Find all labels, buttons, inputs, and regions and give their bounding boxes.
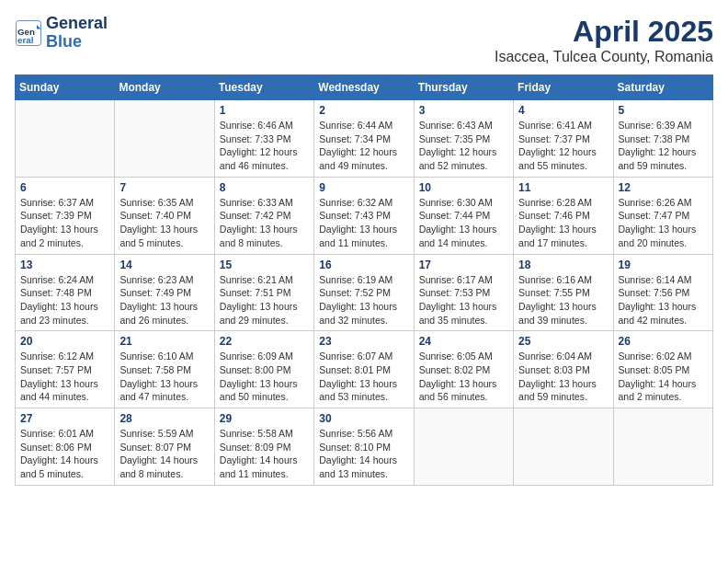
weekday-header-tuesday: Tuesday: [214, 75, 313, 100]
weekday-header-wednesday: Wednesday: [314, 75, 414, 100]
calendar-cell: 24Sunrise: 6:05 AM Sunset: 8:02 PM Dayli…: [414, 331, 513, 408]
day-info: Sunrise: 5:59 AM Sunset: 8:07 PM Dayligh…: [119, 427, 209, 481]
calendar-cell: 1Sunrise: 6:46 AM Sunset: 7:33 PM Daylig…: [214, 100, 313, 178]
day-info: Sunrise: 6:21 AM Sunset: 7:51 PM Dayligh…: [220, 273, 309, 327]
svg-text:eral: eral: [17, 34, 34, 44]
logo-text: General Blue: [46, 15, 108, 52]
page-header: Gen eral General Blue April 2025 Isaccea…: [15, 15, 713, 65]
day-info: Sunrise: 6:07 AM Sunset: 8:01 PM Dayligh…: [319, 350, 408, 404]
day-info: Sunrise: 6:02 AM Sunset: 8:05 PM Dayligh…: [619, 350, 708, 404]
day-number: 10: [419, 181, 508, 194]
calendar-cell: 13Sunrise: 6:24 AM Sunset: 7:48 PM Dayli…: [16, 254, 115, 331]
day-number: 17: [419, 259, 508, 271]
calendar-cell: 3Sunrise: 6:43 AM Sunset: 7:35 PM Daylig…: [414, 100, 513, 178]
day-info: Sunrise: 6:23 AM Sunset: 7:49 PM Dayligh…: [119, 273, 209, 327]
day-number: 15: [220, 259, 309, 271]
calendar-week-5: 27Sunrise: 6:01 AM Sunset: 8:06 PM Dayli…: [16, 408, 713, 486]
calendar-cell: 30Sunrise: 5:56 AM Sunset: 8:10 PM Dayli…: [314, 408, 414, 486]
calendar-cell: 4Sunrise: 6:41 AM Sunset: 7:37 PM Daylig…: [514, 100, 613, 178]
day-info: Sunrise: 6:16 AM Sunset: 7:55 PM Dayligh…: [518, 273, 608, 327]
day-info: Sunrise: 6:24 AM Sunset: 7:48 PM Dayligh…: [20, 273, 109, 327]
weekday-header-thursday: Thursday: [414, 75, 513, 100]
page-title: April 2025: [495, 15, 713, 49]
day-info: Sunrise: 6:37 AM Sunset: 7:39 PM Dayligh…: [20, 196, 109, 250]
calendar-cell: 19Sunrise: 6:14 AM Sunset: 7:56 PM Dayli…: [613, 254, 712, 331]
title-block: April 2025 Isaccea, Tulcea County, Roman…: [495, 15, 713, 65]
calendar-week-1: 1Sunrise: 6:46 AM Sunset: 7:33 PM Daylig…: [16, 100, 713, 178]
day-number: 9: [319, 181, 408, 194]
calendar-cell: 12Sunrise: 6:26 AM Sunset: 7:47 PM Dayli…: [613, 177, 712, 254]
calendar-cell: 15Sunrise: 6:21 AM Sunset: 7:51 PM Dayli…: [214, 254, 313, 331]
day-info: Sunrise: 6:33 AM Sunset: 7:42 PM Dayligh…: [220, 196, 309, 250]
day-info: Sunrise: 6:19 AM Sunset: 7:52 PM Dayligh…: [319, 273, 408, 327]
day-info: Sunrise: 6:32 AM Sunset: 7:43 PM Dayligh…: [319, 196, 408, 250]
calendar-week-3: 13Sunrise: 6:24 AM Sunset: 7:48 PM Dayli…: [16, 254, 713, 331]
day-info: Sunrise: 6:26 AM Sunset: 7:47 PM Dayligh…: [619, 196, 708, 250]
day-number: 21: [119, 335, 209, 348]
calendar-cell: 10Sunrise: 6:30 AM Sunset: 7:44 PM Dayli…: [414, 177, 513, 254]
calendar-cell: 7Sunrise: 6:35 AM Sunset: 7:40 PM Daylig…: [115, 177, 214, 254]
day-number: 16: [319, 259, 408, 271]
calendar-cell: 17Sunrise: 6:17 AM Sunset: 7:53 PM Dayli…: [414, 254, 513, 331]
calendar-week-4: 20Sunrise: 6:12 AM Sunset: 7:57 PM Dayli…: [16, 331, 713, 408]
day-number: 28: [119, 412, 209, 425]
day-number: 23: [319, 335, 408, 348]
day-number: 24: [419, 335, 508, 348]
calendar-cell: [514, 408, 613, 486]
day-number: 18: [518, 259, 608, 271]
calendar-cell: 25Sunrise: 6:04 AM Sunset: 8:03 PM Dayli…: [514, 331, 613, 408]
logo-icon: Gen eral: [15, 19, 42, 47]
calendar-cell: [16, 100, 115, 178]
calendar-cell: 16Sunrise: 6:19 AM Sunset: 7:52 PM Dayli…: [314, 254, 414, 331]
day-info: Sunrise: 6:12 AM Sunset: 7:57 PM Dayligh…: [20, 350, 109, 404]
calendar-cell: 28Sunrise: 5:59 AM Sunset: 8:07 PM Dayli…: [115, 408, 214, 486]
calendar-cell: 23Sunrise: 6:07 AM Sunset: 8:01 PM Dayli…: [314, 331, 414, 408]
calendar-cell: 8Sunrise: 6:33 AM Sunset: 7:42 PM Daylig…: [214, 177, 313, 254]
logo-line2: Blue: [46, 33, 108, 52]
day-number: 29: [220, 412, 309, 425]
logo-line1: General: [46, 15, 108, 33]
day-info: Sunrise: 6:41 AM Sunset: 7:37 PM Dayligh…: [518, 119, 608, 173]
calendar-cell: 26Sunrise: 6:02 AM Sunset: 8:05 PM Dayli…: [613, 331, 712, 408]
day-info: Sunrise: 5:56 AM Sunset: 8:10 PM Dayligh…: [319, 427, 408, 481]
calendar-cell: 14Sunrise: 6:23 AM Sunset: 7:49 PM Dayli…: [115, 254, 214, 331]
day-number: 5: [619, 104, 708, 117]
day-number: 7: [119, 181, 209, 194]
day-number: 11: [518, 181, 608, 194]
calendar-cell: 29Sunrise: 5:58 AM Sunset: 8:09 PM Dayli…: [214, 408, 313, 486]
calendar-cell: 2Sunrise: 6:44 AM Sunset: 7:34 PM Daylig…: [314, 100, 414, 178]
day-number: 30: [319, 412, 408, 425]
page-subtitle: Isaccea, Tulcea County, Romania: [495, 49, 713, 65]
day-info: Sunrise: 6:39 AM Sunset: 7:38 PM Dayligh…: [619, 119, 708, 173]
day-info: Sunrise: 6:10 AM Sunset: 7:58 PM Dayligh…: [119, 350, 209, 404]
calendar-cell: 21Sunrise: 6:10 AM Sunset: 7:58 PM Dayli…: [115, 331, 214, 408]
day-info: Sunrise: 6:43 AM Sunset: 7:35 PM Dayligh…: [419, 119, 508, 173]
calendar-cell: [613, 408, 712, 486]
day-number: 27: [20, 412, 109, 425]
calendar-cell: [115, 100, 214, 178]
day-number: 12: [619, 181, 708, 194]
day-info: Sunrise: 6:35 AM Sunset: 7:40 PM Dayligh…: [119, 196, 209, 250]
day-info: Sunrise: 6:44 AM Sunset: 7:34 PM Dayligh…: [319, 119, 408, 173]
day-info: Sunrise: 6:46 AM Sunset: 7:33 PM Dayligh…: [220, 119, 309, 173]
calendar-table: SundayMondayTuesdayWednesdayThursdayFrid…: [15, 75, 713, 486]
day-info: Sunrise: 6:05 AM Sunset: 8:02 PM Dayligh…: [419, 350, 508, 404]
day-info: Sunrise: 6:01 AM Sunset: 8:06 PM Dayligh…: [20, 427, 109, 481]
weekday-header-saturday: Saturday: [613, 75, 712, 100]
calendar-cell: 11Sunrise: 6:28 AM Sunset: 7:46 PM Dayli…: [514, 177, 613, 254]
day-number: 8: [220, 181, 309, 194]
day-number: 26: [619, 335, 708, 348]
day-info: Sunrise: 6:09 AM Sunset: 8:00 PM Dayligh…: [220, 350, 309, 404]
day-number: 1: [220, 104, 309, 117]
calendar-cell: 6Sunrise: 6:37 AM Sunset: 7:39 PM Daylig…: [16, 177, 115, 254]
weekday-header-sunday: Sunday: [16, 75, 115, 100]
day-info: Sunrise: 6:30 AM Sunset: 7:44 PM Dayligh…: [419, 196, 508, 250]
calendar-cell: 20Sunrise: 6:12 AM Sunset: 7:57 PM Dayli…: [16, 331, 115, 408]
day-info: Sunrise: 6:04 AM Sunset: 8:03 PM Dayligh…: [518, 350, 608, 404]
calendar-cell: 9Sunrise: 6:32 AM Sunset: 7:43 PM Daylig…: [314, 177, 414, 254]
calendar-cell: 27Sunrise: 6:01 AM Sunset: 8:06 PM Dayli…: [16, 408, 115, 486]
day-number: 2: [319, 104, 408, 117]
day-number: 14: [119, 259, 209, 271]
day-number: 6: [20, 181, 109, 194]
weekday-header-monday: Monday: [115, 75, 214, 100]
